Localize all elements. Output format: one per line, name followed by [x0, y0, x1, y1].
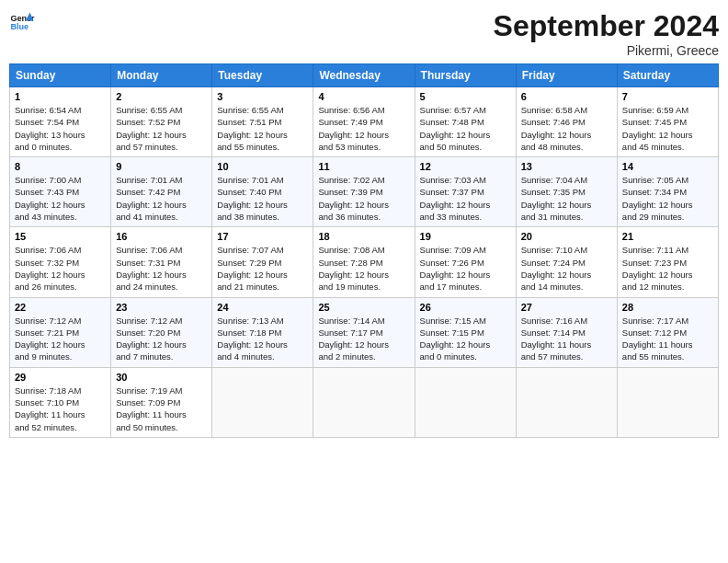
calendar-cell: 14Sunrise: 7:05 AM Sunset: 7:34 PM Dayli… — [617, 157, 718, 227]
day-number: 8 — [15, 161, 106, 172]
calendar-cell: 17Sunrise: 7:07 AM Sunset: 7:29 PM Dayli… — [212, 227, 313, 297]
calendar-cell: 15Sunrise: 7:06 AM Sunset: 7:32 PM Dayli… — [10, 227, 111, 297]
calendar-cell: 18Sunrise: 7:08 AM Sunset: 7:28 PM Dayli… — [313, 227, 415, 297]
day-number: 13 — [521, 161, 612, 172]
calendar-cell: 7Sunrise: 6:59 AM Sunset: 7:45 PM Daylig… — [617, 87, 718, 157]
day-info: Sunrise: 6:56 AM Sunset: 7:49 PM Dayligh… — [318, 104, 409, 153]
day-number: 11 — [318, 161, 409, 172]
day-number: 3 — [217, 91, 308, 102]
title-block: September 2024 Pikermi, Greece — [494, 9, 719, 58]
calendar-cell: 9Sunrise: 7:01 AM Sunset: 7:42 PM Daylig… — [111, 157, 212, 227]
calendar-cell — [415, 367, 516, 437]
day-number: 7 — [622, 91, 713, 102]
day-info: Sunrise: 7:13 AM Sunset: 7:18 PM Dayligh… — [217, 315, 308, 363]
calendar-cell: 2Sunrise: 6:55 AM Sunset: 7:52 PM Daylig… — [111, 87, 212, 157]
day-info: Sunrise: 7:09 AM Sunset: 7:26 PM Dayligh… — [420, 244, 511, 293]
calendar-cell: 23Sunrise: 7:12 AM Sunset: 7:20 PM Dayli… — [111, 297, 212, 367]
calendar-cell: 19Sunrise: 7:09 AM Sunset: 7:26 PM Dayli… — [415, 227, 516, 297]
day-number: 22 — [15, 302, 106, 313]
logo-icon: General Blue — [9, 9, 35, 35]
day-number: 30 — [116, 372, 207, 383]
day-info: Sunrise: 6:55 AM Sunset: 7:52 PM Dayligh… — [116, 104, 207, 153]
day-info: Sunrise: 7:16 AM Sunset: 7:14 PM Dayligh… — [521, 315, 612, 363]
day-number: 25 — [318, 302, 409, 313]
calendar-cell: 11Sunrise: 7:02 AM Sunset: 7:39 PM Dayli… — [313, 157, 415, 227]
day-number: 16 — [116, 231, 207, 242]
calendar-cell — [617, 367, 718, 437]
calendar-cell: 28Sunrise: 7:17 AM Sunset: 7:12 PM Dayli… — [617, 297, 718, 367]
calendar-cell: 21Sunrise: 7:11 AM Sunset: 7:23 PM Dayli… — [617, 227, 718, 297]
calendar-cell — [212, 367, 313, 437]
day-number: 2 — [116, 91, 207, 102]
calendar-cell: 13Sunrise: 7:04 AM Sunset: 7:35 PM Dayli… — [516, 157, 617, 227]
svg-text:Blue: Blue — [10, 22, 28, 31]
day-info: Sunrise: 7:00 AM Sunset: 7:43 PM Dayligh… — [15, 174, 106, 223]
month-title: September 2024 — [494, 9, 719, 43]
calendar-cell — [313, 367, 415, 437]
page-header: General Blue September 2024 Pikermi, Gre… — [9, 9, 719, 58]
calendar-header-row: SundayMondayTuesdayWednesdayThursdayFrid… — [10, 64, 719, 87]
day-info: Sunrise: 7:03 AM Sunset: 7:37 PM Dayligh… — [420, 174, 511, 223]
day-number: 24 — [217, 302, 308, 313]
day-info: Sunrise: 7:06 AM Sunset: 7:32 PM Dayligh… — [15, 244, 106, 293]
calendar-cell: 3Sunrise: 6:55 AM Sunset: 7:51 PM Daylig… — [212, 87, 313, 157]
day-info: Sunrise: 7:08 AM Sunset: 7:28 PM Dayligh… — [318, 244, 409, 293]
day-info: Sunrise: 7:01 AM Sunset: 7:42 PM Dayligh… — [116, 174, 207, 223]
calendar-day-header: Wednesday — [313, 64, 415, 87]
calendar-cell: 29Sunrise: 7:18 AM Sunset: 7:10 PM Dayli… — [10, 367, 111, 437]
day-info: Sunrise: 6:57 AM Sunset: 7:48 PM Dayligh… — [420, 104, 511, 153]
day-number: 1 — [15, 91, 106, 102]
day-number: 19 — [420, 231, 511, 242]
calendar-cell: 26Sunrise: 7:15 AM Sunset: 7:15 PM Dayli… — [415, 297, 516, 367]
calendar-day-header: Saturday — [617, 64, 718, 87]
calendar-cell — [516, 367, 617, 437]
day-info: Sunrise: 6:59 AM Sunset: 7:45 PM Dayligh… — [622, 104, 713, 153]
day-info: Sunrise: 7:17 AM Sunset: 7:12 PM Dayligh… — [622, 315, 713, 363]
day-info: Sunrise: 7:01 AM Sunset: 7:40 PM Dayligh… — [217, 174, 308, 223]
day-info: Sunrise: 6:58 AM Sunset: 7:46 PM Dayligh… — [521, 104, 612, 153]
day-number: 17 — [217, 231, 308, 242]
day-number: 27 — [521, 302, 612, 313]
day-info: Sunrise: 7:04 AM Sunset: 7:35 PM Dayligh… — [521, 174, 612, 223]
day-number: 21 — [622, 231, 713, 242]
calendar-day-header: Friday — [516, 64, 617, 87]
calendar-cell: 25Sunrise: 7:14 AM Sunset: 7:17 PM Dayli… — [313, 297, 415, 367]
location-subtitle: Pikermi, Greece — [494, 43, 719, 58]
day-info: Sunrise: 7:12 AM Sunset: 7:20 PM Dayligh… — [116, 315, 207, 363]
day-info: Sunrise: 7:19 AM Sunset: 7:09 PM Dayligh… — [116, 385, 207, 433]
calendar-cell: 5Sunrise: 6:57 AM Sunset: 7:48 PM Daylig… — [415, 87, 516, 157]
day-info: Sunrise: 7:15 AM Sunset: 7:15 PM Dayligh… — [420, 315, 511, 363]
day-info: Sunrise: 7:18 AM Sunset: 7:10 PM Dayligh… — [15, 385, 106, 433]
calendar-cell: 4Sunrise: 6:56 AM Sunset: 7:49 PM Daylig… — [313, 87, 415, 157]
calendar-cell: 6Sunrise: 6:58 AM Sunset: 7:46 PM Daylig… — [516, 87, 617, 157]
calendar-body: 1Sunrise: 6:54 AM Sunset: 7:54 PM Daylig… — [10, 87, 719, 438]
logo: General Blue — [9, 9, 35, 35]
calendar-week-row: 1Sunrise: 6:54 AM Sunset: 7:54 PM Daylig… — [10, 87, 719, 157]
calendar-day-header: Sunday — [10, 64, 111, 87]
calendar-cell: 27Sunrise: 7:16 AM Sunset: 7:14 PM Dayli… — [516, 297, 617, 367]
day-number: 26 — [420, 302, 511, 313]
calendar-week-row: 22Sunrise: 7:12 AM Sunset: 7:21 PM Dayli… — [10, 297, 719, 367]
day-info: Sunrise: 6:54 AM Sunset: 7:54 PM Dayligh… — [15, 104, 106, 153]
day-info: Sunrise: 7:06 AM Sunset: 7:31 PM Dayligh… — [116, 244, 207, 293]
calendar-cell: 22Sunrise: 7:12 AM Sunset: 7:21 PM Dayli… — [10, 297, 111, 367]
day-info: Sunrise: 7:14 AM Sunset: 7:17 PM Dayligh… — [318, 315, 409, 363]
calendar-cell: 8Sunrise: 7:00 AM Sunset: 7:43 PM Daylig… — [10, 157, 111, 227]
calendar-cell: 24Sunrise: 7:13 AM Sunset: 7:18 PM Dayli… — [212, 297, 313, 367]
day-info: Sunrise: 7:10 AM Sunset: 7:24 PM Dayligh… — [521, 244, 612, 293]
day-info: Sunrise: 7:11 AM Sunset: 7:23 PM Dayligh… — [622, 244, 713, 293]
calendar-week-row: 29Sunrise: 7:18 AM Sunset: 7:10 PM Dayli… — [10, 367, 719, 437]
day-info: Sunrise: 7:12 AM Sunset: 7:21 PM Dayligh… — [15, 315, 106, 363]
day-info: Sunrise: 7:02 AM Sunset: 7:39 PM Dayligh… — [318, 174, 409, 223]
day-info: Sunrise: 7:07 AM Sunset: 7:29 PM Dayligh… — [217, 244, 308, 293]
calendar-week-row: 8Sunrise: 7:00 AM Sunset: 7:43 PM Daylig… — [10, 157, 719, 227]
calendar-cell: 16Sunrise: 7:06 AM Sunset: 7:31 PM Dayli… — [111, 227, 212, 297]
calendar-day-header: Tuesday — [212, 64, 313, 87]
day-info: Sunrise: 6:55 AM Sunset: 7:51 PM Dayligh… — [217, 104, 308, 153]
day-number: 23 — [116, 302, 207, 313]
calendar-day-header: Monday — [111, 64, 212, 87]
calendar-cell: 1Sunrise: 6:54 AM Sunset: 7:54 PM Daylig… — [10, 87, 111, 157]
calendar-cell: 10Sunrise: 7:01 AM Sunset: 7:40 PM Dayli… — [212, 157, 313, 227]
day-number: 20 — [521, 231, 612, 242]
day-number: 18 — [318, 231, 409, 242]
